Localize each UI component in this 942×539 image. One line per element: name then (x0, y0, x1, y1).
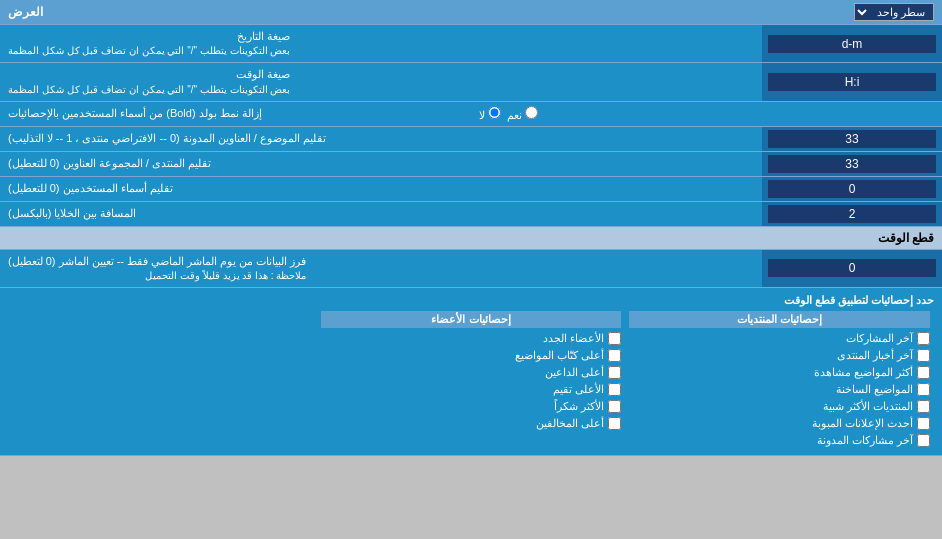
username-trim-input-cell[interactable] (762, 177, 942, 201)
cut-section-row: فرز البيانات من يوم الماشر الماضي فقط --… (0, 250, 942, 288)
dropdown-area[interactable]: سطر واحد سطرين ثلاثة أسطر (854, 3, 934, 21)
checkbox-item[interactable]: أعلى المخالفين (321, 415, 622, 432)
checkbox-top-writers[interactable] (608, 349, 621, 362)
stats-col-members: إحصائيات الأعضاء الأعضاء الجدد أعلى كتّا… (317, 311, 626, 449)
date-format-label: صيغة التاريخ بعض التكوينات يتطلب "/" الت… (0, 25, 762, 62)
checkbox-item[interactable]: أعلى الداعين (321, 364, 622, 381)
username-trim-input[interactable] (768, 180, 936, 198)
topic-title-row: تقليم الموضوع / العناوين المدونة (0 -- ا… (0, 127, 942, 152)
date-format-row: صيغة التاريخ بعض التكوينات يتطلب "/" الت… (0, 25, 942, 63)
checkbox-item[interactable]: المنتديات الأكثر شبية (629, 398, 930, 415)
forum-title-label: تقليم المنتدى / المجموعة العناوين (0 للت… (0, 152, 762, 176)
stats-col-empty (8, 311, 317, 449)
time-format-label: صيغة الوقت بعض التكوينات يتطلب "/" التي … (0, 63, 762, 100)
bold-remove-label: إزالة نمط بولد (Bold) من أسماء المستخدمي… (0, 102, 471, 126)
checkbox-blog-posts[interactable] (917, 434, 930, 447)
checkbox-most-thanked[interactable] (608, 400, 621, 413)
stats-col-forums-title: إحصائيات المنتديات (629, 311, 930, 328)
checkbox-item[interactable]: أحدث الإعلانات المبوبة (629, 415, 930, 432)
topic-title-input-cell[interactable] (762, 127, 942, 151)
checkbox-most-viewed[interactable] (917, 366, 930, 379)
topic-title-label: تقليم الموضوع / العناوين المدونة (0 -- ا… (0, 127, 762, 151)
checkbox-item[interactable]: أعلى كتّاب المواضيع (321, 347, 622, 364)
cut-label: فرز البيانات من يوم الماشر الماضي فقط --… (0, 250, 762, 287)
checkbox-last-posts[interactable] (917, 332, 930, 345)
time-format-input[interactable] (768, 73, 936, 91)
checkbox-hot-topics[interactable] (917, 383, 930, 396)
checkbox-item[interactable]: أكثر المواضيع مشاهدة (629, 364, 930, 381)
stats-title: حدد إحصائيات لتطبيق قطع الوقت (8, 294, 934, 307)
cut-section-header: قطع الوقت (0, 227, 942, 250)
cell-spacing-label: المسافة بين الخلايا (بالبكسل) (0, 202, 762, 226)
cell-spacing-input[interactable] (768, 205, 936, 223)
header-row: سطر واحد سطرين ثلاثة أسطر العرض (0, 0, 942, 25)
topic-title-input[interactable] (768, 130, 936, 148)
cut-input[interactable] (768, 259, 936, 277)
checkbox-item[interactable]: الأكثر شكراً (321, 398, 622, 415)
checkbox-most-similar[interactable] (917, 400, 930, 413)
checkbox-item[interactable]: المواضيع الساخنة (629, 381, 930, 398)
stats-grid: إحصائيات المنتديات آخر المشاركات آخر أخب… (8, 311, 934, 449)
checkbox-top-inviters[interactable] (608, 366, 621, 379)
header-right-label: العرض (8, 5, 43, 19)
checkbox-new-members[interactable] (608, 332, 621, 345)
cell-spacing-input-cell[interactable] (762, 202, 942, 226)
stats-section: حدد إحصائيات لتطبيق قطع الوقت إحصائيات ا… (0, 288, 942, 456)
checkbox-top-rated[interactable] (608, 383, 621, 396)
checkbox-forum-news[interactable] (917, 349, 930, 362)
checkbox-item[interactable]: آخر مشاركات المدونة (629, 432, 930, 449)
date-format-input[interactable] (768, 35, 936, 53)
forum-title-input-cell[interactable] (762, 152, 942, 176)
username-trim-label: تقليم أسماء المستخدمين (0 للتعطيل) (0, 177, 762, 201)
radio-yes-label[interactable]: نعم (507, 106, 538, 122)
display-select[interactable]: سطر واحد سطرين ثلاثة أسطر (854, 3, 934, 21)
stats-col-forums: إحصائيات المنتديات آخر المشاركات آخر أخب… (625, 311, 934, 449)
stats-col-members-title: إحصائيات الأعضاء (321, 311, 622, 328)
time-format-row: صيغة الوقت بعض التكوينات يتطلب "/" التي … (0, 63, 942, 101)
checkbox-top-violators[interactable] (608, 417, 621, 430)
checkbox-item[interactable]: آخر المشاركات (629, 330, 930, 347)
checkbox-item[interactable]: آخر أخبار المنتدى (629, 347, 930, 364)
username-trim-row: تقليم أسماء المستخدمين (0 للتعطيل) (0, 177, 942, 202)
radio-yes[interactable] (525, 106, 538, 119)
radio-no-label[interactable]: لا (479, 106, 501, 122)
bold-remove-row: نعم لا إزالة نمط بولد (Bold) من أسماء ال… (0, 102, 942, 127)
forum-title-input[interactable] (768, 155, 936, 173)
cut-input-cell[interactable] (762, 250, 942, 287)
checkbox-item[interactable]: الأعلى تقيم (321, 381, 622, 398)
checkbox-classified-ads[interactable] (917, 417, 930, 430)
forum-title-row: تقليم المنتدى / المجموعة العناوين (0 للت… (0, 152, 942, 177)
bold-remove-radio-cell[interactable]: نعم لا (471, 102, 942, 126)
date-format-input-cell[interactable] (762, 25, 942, 62)
checkbox-item[interactable]: الأعضاء الجدد (321, 330, 622, 347)
time-format-input-cell[interactable] (762, 63, 942, 100)
radio-no[interactable] (488, 106, 501, 119)
cell-spacing-row: المسافة بين الخلايا (بالبكسل) (0, 202, 942, 227)
